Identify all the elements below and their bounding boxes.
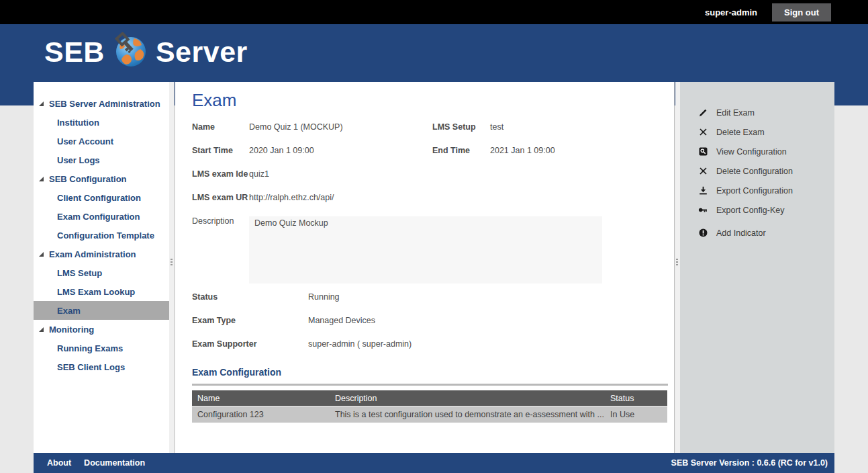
expand-icon[interactable]	[38, 176, 44, 182]
sidebar-item-label: Running Exams	[57, 343, 123, 353]
sidebar-item-client-configuration[interactable]: Client Configuration	[34, 188, 169, 207]
name-value: Demo Quiz 1 (MOCKUP)	[249, 122, 432, 132]
config-name-cell: Configuration 123	[192, 406, 330, 423]
field-row: LMS exam UR http://ralph.ethz.ch/api/	[192, 193, 664, 203]
sidebar-item-seb-server-administration[interactable]: SEB Server Administration	[34, 94, 169, 113]
sidebar-item-label: LMS Exam Lookup	[57, 287, 135, 297]
sign-out-button[interactable]: Sign out	[772, 3, 831, 22]
sidebar-item-lms-setup[interactable]: LMS Setup	[34, 263, 169, 282]
sidebar-item-exam-configuration[interactable]: Exam Configuration	[34, 207, 169, 226]
pencil-icon	[698, 108, 708, 118]
sidebar-item-label: Exam	[57, 306, 81, 316]
edit-exam-action[interactable]: Edit Exam	[680, 103, 834, 122]
field-row: Description Demo Quiz Mockup	[192, 216, 664, 284]
field-row: Exam Supporter super-admin ( super-admin…	[192, 339, 664, 349]
sidebar-item-label: LMS Setup	[57, 268, 102, 278]
action-label: Delete Configuration	[716, 167, 793, 176]
start-time-label: Start Time	[192, 146, 249, 156]
sash-grip[interactable]	[171, 259, 173, 267]
lms-exam-identifier-value: quiz1	[249, 169, 664, 179]
brand-server-text: Server	[156, 36, 248, 69]
config-status-cell: In Use	[605, 406, 667, 423]
seb-server-app: super-admin Sign out SEB	[0, 0, 868, 473]
sidebar-item-running-exams[interactable]: Running Exams	[34, 339, 169, 357]
action-label: Export Configuration	[716, 186, 793, 196]
sidebar-item-exam-administration[interactable]: Exam Administration	[34, 245, 169, 263]
end-time-label: End Time	[432, 146, 490, 156]
end-time-value: 2021 Jan 1 09:00	[490, 146, 664, 156]
sidebar-item-label: Client Configuration	[57, 193, 141, 203]
lms-setup-value: test	[490, 122, 664, 132]
sidebar-item-label: Exam Administration	[49, 249, 136, 259]
exam-type-value: Managed Devices	[308, 316, 664, 326]
key-icon	[698, 206, 708, 215]
column-header-status: Status	[605, 390, 667, 406]
action-label: Export Config-Key	[716, 206, 784, 215]
action-label: Add Indicator	[716, 228, 766, 238]
status-value: Running	[308, 292, 664, 302]
field-row: Exam Type Managed Devices	[192, 316, 664, 326]
view-configuration-icon	[698, 147, 708, 157]
brand-seb-text: SEB	[44, 36, 105, 69]
exam-supporter-value: super-admin ( super-admin)	[308, 339, 664, 349]
about-link[interactable]: About	[47, 458, 71, 468]
sidebar-item-seb-configuration[interactable]: SEB Configuration	[34, 169, 169, 188]
description-label: Description	[192, 216, 249, 284]
sidebar-item-label: Exam Configuration	[57, 212, 140, 222]
export-configuration-action[interactable]: Export Configuration	[680, 181, 834, 200]
exam-configuration-section-title: Exam Configuration	[192, 367, 664, 378]
field-row: Status Running	[192, 292, 664, 302]
sidebar-item-label: SEB Configuration	[49, 174, 127, 184]
sidebar-item-label: User Account	[57, 136, 113, 146]
column-header-name: Name	[192, 390, 330, 406]
delete-exam-action[interactable]: Delete Exam	[680, 122, 834, 142]
expand-icon[interactable]	[38, 101, 44, 107]
x-icon	[698, 167, 708, 176]
column-header-description: Description	[330, 390, 605, 406]
scrollbar-grip[interactable]	[676, 259, 678, 267]
sidebar-item-user-logs[interactable]: User Logs	[34, 150, 169, 169]
view-configuration-action[interactable]: View Configuration	[680, 142, 834, 161]
lms-exam-identifier-label: LMS exam Ide	[192, 169, 249, 179]
footer-bar: About Documentation SEB Server Version :…	[34, 453, 834, 473]
exam-configuration-table: Name Description Status Configuration 12…	[192, 390, 667, 423]
sidebar-item-label: Monitoring	[49, 325, 94, 335]
field-row: LMS exam Ide quiz1	[192, 169, 664, 179]
top-bar: super-admin Sign out	[0, 0, 868, 24]
sidebar-item-seb-client-logs[interactable]: SEB Client Logs	[34, 357, 169, 376]
documentation-link[interactable]: Documentation	[84, 458, 145, 468]
lms-exam-url-label: LMS exam UR	[192, 193, 249, 203]
sidebar-item-label: SEB Client Logs	[57, 362, 125, 372]
action-label: Delete Exam	[716, 128, 765, 137]
sidebar-item-user-account[interactable]: User Account	[34, 132, 169, 150]
logged-in-username: super-admin	[705, 7, 757, 17]
sidebar-item-label: SEB Server Administration	[49, 99, 160, 109]
sidebar-item-lms-exam-lookup[interactable]: LMS Exam Lookup	[34, 282, 169, 301]
exam-detail-panel: Exam Name Demo Quiz 1 (MOCKUP) LMS Setup…	[175, 82, 675, 453]
table-row[interactable]: Configuration 123 This is a test configu…	[192, 406, 667, 423]
export-config-key-action[interactable]: Export Config-Key	[680, 200, 834, 220]
content-scrollbar[interactable]	[675, 82, 680, 453]
sidebar-item-monitoring[interactable]: Monitoring	[34, 320, 169, 339]
sidebar-item-exam[interactable]: Exam	[34, 301, 169, 320]
sidebar-resize-sash[interactable]	[169, 82, 175, 453]
field-row: Start Time 2020 Jan 1 09:00 End Time 202…	[192, 146, 664, 156]
sidebar-item-label: User Logs	[57, 155, 100, 165]
sidebar-item-label: Configuration Template	[57, 230, 154, 241]
expand-icon[interactable]	[38, 251, 44, 257]
field-row: Name Demo Quiz 1 (MOCKUP) LMS Setup test	[192, 122, 664, 132]
expand-icon[interactable]	[38, 327, 44, 333]
table-header-row: Name Description Status	[192, 390, 667, 406]
sidebar-item-institution[interactable]: Institution	[34, 113, 169, 132]
action-panel: Edit Exam Delete Exam View Configuration…	[680, 82, 834, 453]
delete-configuration-action[interactable]: Delete Configuration	[680, 161, 834, 181]
add-indicator-action[interactable]: Add Indicator	[680, 223, 834, 243]
brand-logo: SEB	[44, 32, 248, 71]
section-divider	[192, 384, 668, 386]
sidebar-item-configuration-template[interactable]: Configuration Template	[34, 226, 169, 245]
x-icon	[698, 128, 708, 137]
lms-exam-url-value: http://ralph.ethz.ch/api/	[249, 193, 664, 203]
status-label: Status	[192, 292, 308, 302]
exam-supporter-label: Exam Supporter	[192, 339, 308, 349]
globe-key-icon	[112, 32, 148, 71]
